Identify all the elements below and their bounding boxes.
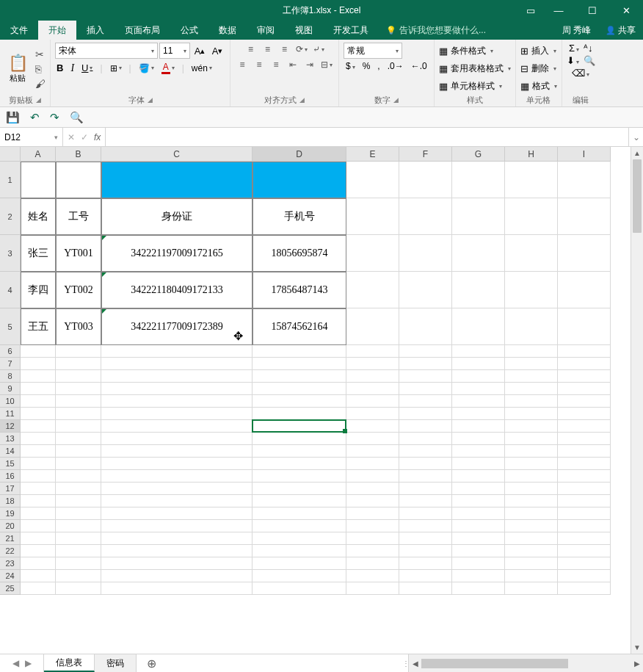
cell-E21[interactable] — [346, 532, 399, 545]
row-header-14[interactable]: 14 — [0, 445, 21, 458]
cell-E11[interactable] — [346, 408, 399, 420]
cell-G22[interactable] — [452, 545, 505, 557]
cell-C18[interactable] — [101, 495, 253, 507]
cell-G7[interactable] — [452, 358, 505, 370]
cell-B21[interactable] — [56, 532, 101, 545]
cell-F7[interactable] — [399, 358, 452, 370]
minimize-button[interactable]: — — [542, 0, 575, 21]
cell-D9[interactable] — [253, 383, 346, 395]
currency-button[interactable]: $ — [344, 61, 357, 71]
cell-A17[interactable] — [21, 483, 56, 495]
cell-B17[interactable] — [56, 483, 101, 495]
cell-I16[interactable] — [558, 470, 611, 483]
cell-F5[interactable] — [399, 308, 452, 345]
format-painter-button[interactable]: 🖌 — [35, 78, 46, 90]
cell-H19[interactable] — [505, 507, 558, 520]
cell-H18[interactable] — [505, 495, 558, 507]
share-button[interactable]: 共享 — [598, 21, 643, 40]
cell-F9[interactable] — [399, 383, 452, 395]
cell-F14[interactable] — [399, 445, 452, 458]
italic-button[interactable]: I — [69, 62, 76, 74]
cell-F12[interactable] — [399, 420, 452, 433]
cell-G6[interactable] — [452, 345, 505, 358]
cell-D7[interactable] — [253, 358, 346, 370]
cell-D22[interactable] — [253, 545, 346, 557]
print-preview-button[interactable]: 🔍 — [70, 111, 84, 124]
header-name[interactable]: 姓名 — [21, 198, 56, 235]
cell-E18[interactable] — [346, 495, 399, 507]
cell-F6[interactable] — [399, 345, 452, 358]
cell-B16[interactable] — [56, 470, 101, 483]
row-header-15[interactable]: 15 — [0, 458, 21, 470]
header-phone[interactable]: 手机号 — [253, 198, 346, 235]
cell-E3[interactable] — [346, 235, 399, 272]
cell-E5[interactable] — [346, 308, 399, 345]
scroll-thumb[interactable] — [633, 159, 642, 233]
cell-H23[interactable] — [505, 557, 558, 570]
cell-G24[interactable] — [452, 570, 505, 582]
cell-C22[interactable] — [101, 545, 253, 557]
cell-name-2[interactable]: 王五 — [21, 308, 56, 345]
cell-I3[interactable] — [558, 235, 611, 272]
row-header-22[interactable]: 22 — [0, 545, 21, 557]
cell-A21[interactable] — [21, 532, 56, 545]
increase-decimal-button[interactable]: .0→ — [385, 61, 406, 71]
cell-F11[interactable] — [399, 408, 452, 420]
bold-button[interactable]: B — [55, 62, 65, 73]
cell-I1[interactable] — [558, 162, 611, 198]
sheet-tab-info[interactable]: 信息表 — [44, 654, 95, 672]
cancel-formula-icon[interactable]: ✕ — [68, 132, 75, 142]
cell-D6[interactable] — [253, 345, 346, 358]
cell-C25[interactable] — [101, 582, 253, 595]
row-header-1[interactable]: 1 — [0, 162, 21, 198]
row-header-2[interactable]: 2 — [0, 198, 21, 235]
cell-E20[interactable] — [346, 520, 399, 532]
cell-A25[interactable] — [21, 582, 56, 595]
cell-A12[interactable] — [21, 420, 56, 433]
cell-E2[interactable] — [346, 198, 399, 235]
cell-H15[interactable] — [505, 458, 558, 470]
cell-C21[interactable] — [101, 532, 253, 545]
cell-D10[interactable] — [253, 395, 346, 408]
sheet-tab-password[interactable]: 密码 — [95, 654, 137, 672]
cell-H16[interactable] — [505, 470, 558, 483]
cell-A24[interactable] — [21, 570, 56, 582]
paste-button[interactable]: 📋 粘贴 — [4, 54, 31, 84]
cell-C7[interactable] — [101, 358, 253, 370]
cell-C23[interactable] — [101, 557, 253, 570]
cell-G12[interactable] — [452, 420, 505, 433]
cell-G13[interactable] — [452, 433, 505, 445]
cell-C20[interactable] — [101, 520, 253, 532]
cell-E16[interactable] — [346, 470, 399, 483]
cell-I15[interactable] — [558, 458, 611, 470]
cell-A1[interactable] — [21, 162, 56, 198]
cell-D25[interactable] — [253, 582, 346, 595]
cell-name-1[interactable]: 李四 — [21, 272, 56, 308]
tab-developer[interactable]: 开发工具 — [323, 21, 379, 40]
row-header-13[interactable]: 13 — [0, 433, 21, 445]
cell-F25[interactable] — [399, 582, 452, 595]
cell-idcard-0[interactable]: 342221197009172165 — [101, 235, 253, 272]
cell-B13[interactable] — [56, 433, 101, 445]
save-button[interactable]: 💾 — [6, 111, 20, 124]
decrease-indent-button[interactable]: ⇤ — [286, 58, 300, 71]
cell-G14[interactable] — [452, 445, 505, 458]
cell-C19[interactable] — [101, 507, 253, 520]
cell-E22[interactable] — [346, 545, 399, 557]
tell-me-search[interactable]: 告诉我您想要做什么... — [379, 21, 493, 40]
cell-F19[interactable] — [399, 507, 452, 520]
cell-D21[interactable] — [253, 532, 346, 545]
align-dialog-icon[interactable]: ◢ — [299, 96, 305, 104]
cell-C9[interactable] — [101, 383, 253, 395]
cell-B18[interactable] — [56, 495, 101, 507]
expand-formula-icon[interactable]: ⌄ — [628, 128, 643, 146]
decrease-decimal-button[interactable]: ←.0 — [409, 61, 429, 71]
cell-E6[interactable] — [346, 345, 399, 358]
cell-phone-2[interactable]: 15874562164 — [253, 308, 346, 345]
cell-B11[interactable] — [56, 408, 101, 420]
cell-A8[interactable] — [21, 370, 56, 383]
cell-I21[interactable] — [558, 532, 611, 545]
phonetic-button[interactable]: wén — [190, 63, 214, 73]
cell-I19[interactable] — [558, 507, 611, 520]
delete-cells-button[interactable]: ⊟删除 — [520, 60, 557, 76]
